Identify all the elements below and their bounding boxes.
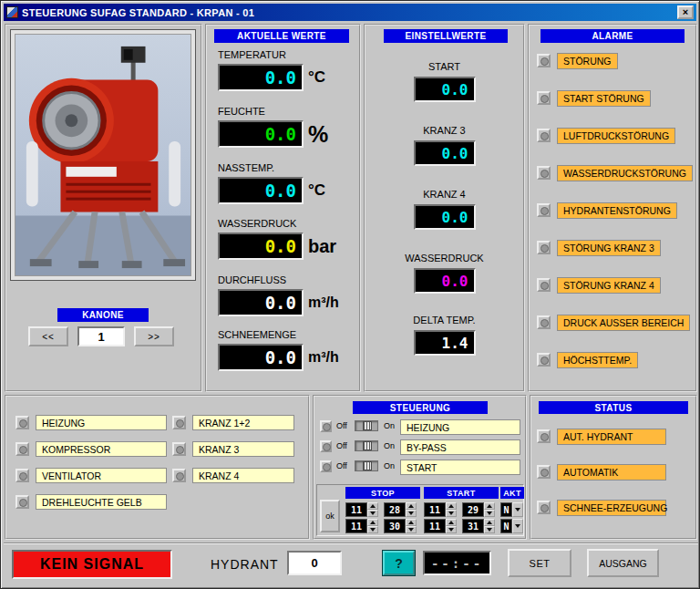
spin-up-button[interactable] [406,502,417,510]
kanone-next-button[interactable]: >> [134,326,174,346]
spin-down-button[interactable] [484,510,495,517]
on-label: On [384,441,395,450]
value-label: NASSTEMP. [218,162,356,173]
start-minute-spinner: 31 [462,519,495,533]
spin-up-button[interactable] [484,502,495,510]
lcd-display: 0.0 [218,64,304,91]
device-label: KRANZ 1+2 [192,415,294,430]
toggle-label: BY-PASS [400,439,520,455]
alarme-header: ALARME [540,29,685,43]
alarm-label: STÖRUNG [557,53,618,69]
stop-column-header: STOP [345,487,420,499]
ausgang-button[interactable]: AUSGANG [587,549,659,577]
alarm-label: LUFTDRUCKSTÖRUNG [557,128,675,144]
spin-up-button[interactable] [446,502,457,510]
value-label: WASSERDRUCK [218,218,356,229]
aktuelle-row: NASSTEMP. 0.0 °C [218,162,356,204]
steuerung-header: STEUERUNG [353,401,488,414]
value-label: FEUCHTE [218,106,356,117]
lcd-display: 0.0 [218,177,304,204]
signal-status-badge: KEIN SIGNAL [12,550,172,579]
alarm-label: HÖCHSTTEMP. [557,352,638,368]
start-toggle[interactable] [355,460,378,471]
lcd-value: 0.0 [265,181,296,201]
einstell-row: START 0.0 [364,61,525,102]
lcd-display: 0.0 [414,140,476,166]
aktuelle-row: TEMPERATUR 0.0 °C [218,49,356,91]
timer-ok-button[interactable]: ok [320,500,340,532]
spin-up-button[interactable] [406,519,417,526]
snow-cannon-illustration [15,34,191,276]
toggle-handle [363,461,372,470]
aktuelle-row: DURCHFLUSS 0.0 m³/h [218,274,356,316]
toggle-label: START [400,460,520,475]
device-label: KRANZ 4 [192,468,294,483]
lcd-value: 0.0 [265,347,296,367]
set-button[interactable]: SET [508,549,571,577]
value-label: TEMPERATUR [218,49,356,60]
spin-down-button[interactable] [406,510,417,517]
lcd-value: 0.0 [265,293,296,313]
spin-down-button[interactable] [406,526,417,533]
device-led [172,416,186,429]
setpoint-label: KRANZ 3 [364,125,525,136]
device-led [15,442,29,456]
off-label: Off [336,421,347,430]
chevron-down-icon[interactable] [512,502,523,517]
alarm-label: DRUCK AUSSER BEREICH [557,315,690,331]
lcd-value: 0.0 [442,81,468,98]
kanone-prev-button[interactable]: << [28,326,68,346]
spin-up-button[interactable] [367,519,378,526]
spin-down-button[interactable] [446,526,457,533]
kanone-header: KANONE [57,308,149,322]
value-label: SCHNEEMENGE [218,329,356,340]
spin-down-button[interactable] [446,510,457,517]
status-label: SCHNEE-ERZEUGUNG [557,500,666,516]
toggle-led [320,460,332,472]
alarm-led [537,241,551,254]
alarm-led [537,353,551,367]
close-icon[interactable]: × [677,5,694,19]
kanone-number-input[interactable] [77,326,125,346]
alarm-led [537,315,551,329]
heizung-toggle[interactable] [355,420,378,431]
start-minute-spinner: 29 [462,502,495,517]
spin-down-button[interactable] [367,510,378,517]
start-hour-spinner: 11 [424,519,457,533]
stop-minute-spinner: 28 [384,502,417,517]
spinner-value: 11 [345,519,367,533]
lcd-display: 0.0 [414,77,476,102]
value-label: DURCHFLUSS [218,274,356,285]
alarm-led [537,129,551,142]
toggle-led [320,440,332,452]
spin-down-button[interactable] [484,526,495,533]
setpoint-label: KRANZ 4 [364,189,525,200]
alarm-label: WASSERDRUCKSTÖRUNG [557,165,693,181]
unit-label: °C [308,68,325,87]
bypass-toggle[interactable] [355,440,378,451]
spin-up-button[interactable] [446,519,457,526]
lcd-display: 0.0 [414,204,476,230]
setpoint-label: DELTA TEMP. [364,315,525,326]
aktuelle-row: WASSERDRUCK 0.0 bar [218,218,356,260]
setpoint-label: WASSERDRUCK [364,253,525,264]
help-button[interactable]: ? [383,551,415,575]
unit-label: m³/h [308,294,339,311]
cannon-photo [10,29,196,281]
status-header: STATUS [539,401,688,414]
chevron-down-icon[interactable] [512,519,523,533]
stop-hour-spinner: 11 [345,519,378,533]
toggle-led [320,420,332,432]
hydrant-input[interactable] [287,551,342,575]
spin-up-button[interactable] [367,502,378,510]
unit-label: bar [308,236,336,257]
off-label: Off [336,441,347,450]
spin-up-button[interactable] [484,519,495,526]
dropdown-value: N [500,519,512,533]
lcd-value: 0.0 [265,67,296,88]
device-label: KOMPRESSOR [36,441,167,457]
alarm-led [537,278,551,292]
divider [4,542,698,544]
spin-down-button[interactable] [367,526,378,533]
setpoint-label: START [364,61,525,72]
